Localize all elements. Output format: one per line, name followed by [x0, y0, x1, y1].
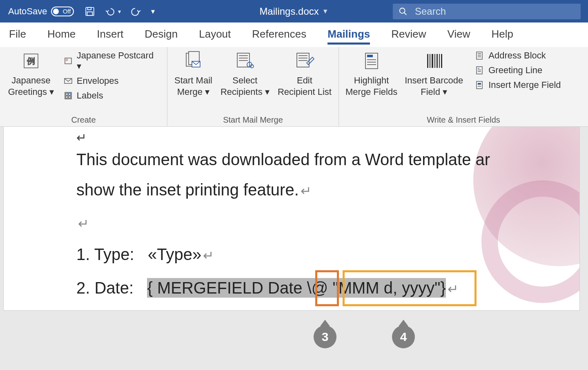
tab-mailings[interactable]: Mailings — [327, 28, 370, 42]
select-recipients-button[interactable]: SelectRecipients ▾ — [220, 50, 270, 97]
start-mail-merge-label: Start MailMerge ▾ — [174, 75, 212, 97]
body-line-2: show the inset printing feature.↵ — [76, 181, 312, 198]
svg-rect-19 — [237, 53, 249, 67]
return-mark: ↵ — [203, 248, 214, 263]
svg-rect-49 — [477, 81, 482, 89]
svg-rect-50 — [478, 83, 481, 85]
greeting-line-icon — [474, 66, 485, 75]
svg-rect-40 — [441, 54, 442, 68]
callout-4: 4 — [392, 325, 415, 348]
tab-help[interactable]: Help — [491, 28, 513, 42]
customize-qat-icon[interactable]: ▾ — [151, 7, 155, 16]
tab-layout[interactable]: Layout — [199, 28, 231, 42]
search-placeholder: Search — [415, 6, 446, 17]
tab-view[interactable]: View — [448, 28, 470, 42]
svg-rect-34 — [427, 54, 428, 68]
search-box[interactable]: Search — [393, 4, 581, 19]
autosave-control[interactable]: AutoSave Off — [8, 6, 74, 17]
labels-button[interactable]: Labels — [63, 90, 160, 101]
search-icon — [399, 7, 408, 16]
svg-rect-37 — [434, 54, 435, 68]
envelopes-button[interactable]: Envelopes — [63, 76, 160, 86]
group-write-insert: HighlightMerge Fields Insert BarcodeFiel… — [339, 47, 588, 126]
svg-rect-30 — [367, 55, 373, 57]
list-item-type: 1. Type: «Type»↵ — [76, 246, 214, 263]
address-block-button[interactable]: Address Block — [474, 50, 561, 61]
quick-access-toolbar: ▾ ▾ — [85, 6, 155, 17]
empty-paragraph-mark: ↵ — [78, 217, 89, 231]
svg-rect-13 — [69, 93, 71, 95]
svg-rect-45 — [477, 67, 482, 74]
type-label: 1. Type: — [76, 245, 134, 263]
title-dropdown-icon[interactable]: ▼ — [322, 8, 329, 15]
merge-field-icon — [474, 81, 485, 90]
japanese-greetings-button[interactable]: 例 JapaneseGreetings ▾ — [7, 50, 56, 97]
japanese-postcard-button[interactable]: Japanese Postcard ▾ — [63, 50, 160, 72]
greeting-line-label: Greeting Line — [488, 65, 542, 76]
ribbon-tabs: File Home Insert Design Layout Reference… — [0, 22, 588, 47]
svg-rect-38 — [437, 54, 438, 68]
tab-file[interactable]: File — [9, 28, 26, 42]
toggle-state: Off — [63, 8, 71, 15]
insert-merge-field-button[interactable]: Insert Merge Field — [474, 80, 561, 90]
postcard-icon — [63, 56, 74, 65]
autosave-label: AutoSave — [8, 6, 47, 17]
group-start-mail-merge: Start MailMerge ▾ SelectRecipients ▾ Edi… — [167, 47, 339, 126]
highlight-merge-fields-button[interactable]: HighlightMerge Fields — [345, 50, 397, 97]
greeting-line-button[interactable]: Greeting Line — [474, 65, 561, 76]
svg-rect-41 — [477, 52, 482, 59]
svg-rect-36 — [432, 54, 433, 68]
svg-rect-7 — [65, 58, 71, 64]
edit-recipient-list-button[interactable]: EditRecipient List — [278, 50, 332, 97]
return-mark: ↵ — [301, 184, 312, 198]
barcode-icon — [424, 50, 444, 72]
document-name: Mailings.docx — [259, 6, 318, 17]
tab-review[interactable]: Review — [391, 28, 426, 42]
insert-merge-field-label: Insert Merge Field — [488, 80, 561, 90]
highlight-icon — [361, 50, 382, 72]
document-page[interactable]: ↵ This document was downloaded from a Wo… — [3, 127, 580, 311]
svg-rect-35 — [430, 54, 430, 68]
callout-3: 3 — [314, 325, 336, 348]
tab-references[interactable]: References — [252, 28, 306, 42]
undo-icon[interactable]: ▾ — [105, 6, 121, 17]
edit-recipient-list-label: EditRecipient List — [278, 75, 332, 97]
svg-rect-25 — [297, 53, 309, 67]
greetings-icon: 例 — [22, 50, 40, 72]
tab-design[interactable]: Design — [145, 28, 178, 42]
svg-rect-1 — [88, 7, 91, 9]
insert-barcode-field-button[interactable]: Insert BarcodeField ▾ — [405, 50, 463, 97]
tab-insert[interactable]: Insert — [97, 28, 123, 42]
select-recipients-label: SelectRecipients ▾ — [220, 75, 270, 97]
start-mail-merge-button[interactable]: Start MailMerge ▾ — [174, 50, 212, 97]
svg-rect-12 — [66, 93, 68, 95]
labels-label: Labels — [77, 90, 103, 101]
svg-rect-39 — [439, 54, 440, 68]
autosave-toggle[interactable]: Off — [51, 7, 74, 16]
tab-home[interactable]: Home — [47, 28, 76, 42]
mail-merge-icon — [183, 50, 203, 72]
redo-icon[interactable] — [131, 6, 141, 17]
document-title[interactable]: Mailings.docx ▼ — [259, 6, 328, 17]
labels-icon — [63, 91, 74, 100]
japanese-greetings-label: JapaneseGreetings ▾ — [8, 75, 54, 97]
ribbon: 例 JapaneseGreetings ▾ Japanese Postcard … — [0, 47, 588, 127]
highlight-merge-fields-label: HighlightMerge Fields — [345, 75, 397, 97]
svg-rect-2 — [87, 12, 93, 16]
svg-line-4 — [404, 12, 407, 15]
address-block-icon — [474, 51, 485, 60]
toggle-knob — [53, 9, 59, 14]
date-label: 2. Date: — [76, 279, 134, 297]
envelope-icon — [63, 77, 74, 85]
group-write-title: Write & Insert Fields — [345, 115, 581, 125]
group-create: 例 JapaneseGreetings ▾ Japanese Postcard … — [0, 47, 167, 126]
type-merge-field[interactable]: «Type» — [148, 245, 201, 263]
merge-prefix: { MERGEFIELD Date — [147, 279, 307, 297]
group-start-title: Start Mail Merge — [174, 115, 332, 125]
save-icon[interactable] — [85, 6, 95, 17]
svg-rect-14 — [66, 96, 68, 98]
edit-list-icon — [294, 50, 315, 72]
svg-rect-15 — [69, 96, 71, 98]
group-create-title: Create — [7, 115, 160, 125]
callout-box-4 — [343, 270, 477, 306]
